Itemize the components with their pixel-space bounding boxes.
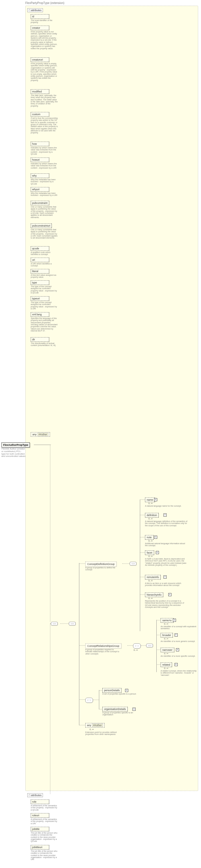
rel-seq: •–•–• xyxy=(146,644,153,647)
elem-note[interactable]: note xyxy=(145,535,154,539)
attr-doc: A URI which identifies a concept. xyxy=(31,263,58,267)
attr-name[interactable]: type xyxy=(31,280,49,285)
attr-name[interactable]: literal xyxy=(31,269,49,274)
attr-name[interactable]: whyuri xyxy=(31,187,49,192)
attributes-box-label: □ attributes xyxy=(27,8,43,12)
elem-broader[interactable]: broader xyxy=(161,633,173,638)
attr-pubconstrainturi: pubconstrainturiOne or many constraints … xyxy=(31,223,51,239)
attr-doc: Specifies the language of this property … xyxy=(31,317,58,332)
group-concept-relationships-doc: A group of properties required to indica… xyxy=(85,649,120,655)
elem-doc: A related concept, where the relationshi… xyxy=(161,670,198,676)
elem-related[interactable]: related xyxy=(161,662,172,667)
expand-sameAs[interactable]: + xyxy=(173,619,176,622)
elem-organisationDetails[interactable]: organisationDetails xyxy=(102,707,128,711)
attr-modified: modifiedThe date (and, optionally, the t… xyxy=(31,89,51,107)
root-type[interactable]: FlexAuthorPropType xyxy=(1,442,30,447)
ext-attr-jobtitle: jobtitleThe job title of the person who … xyxy=(31,827,51,842)
attr-name[interactable]: uri xyxy=(31,257,49,262)
extension-any-other[interactable]: any##other xyxy=(85,723,105,727)
attr-name[interactable]: dir xyxy=(31,337,49,342)
attr-qcode: qcodeA qualified code which identifies a… xyxy=(31,246,51,256)
elem-doc: A natural language definition of the sem… xyxy=(145,520,188,527)
extension-any-doc: Extension point for provider-defined pro… xyxy=(85,731,120,736)
attr-howuri: howuriIndicates by which means the value… xyxy=(31,157,51,169)
attr-name[interactable]: qcode xyxy=(31,246,49,251)
elem-doc: In NAR 1.8 and later, facet is deprecate… xyxy=(145,558,188,566)
elem-facet[interactable]: facet xyxy=(145,551,154,555)
expand-narrower[interactable]: + xyxy=(176,648,179,651)
attr-doc: The type of the concept assigned as cont… xyxy=(31,301,58,310)
attr-name[interactable]: why xyxy=(31,174,49,178)
elem-remoteInfo[interactable]: remoteInfo xyxy=(145,575,161,580)
attr-name[interactable]: howuri xyxy=(31,157,49,162)
attr-doc: One or many constraints that apply to pu… xyxy=(31,228,58,239)
attr-any-other[interactable]: any##other xyxy=(31,432,50,437)
elem-personDetails[interactable]: personDetails xyxy=(102,688,122,692)
attr-doc: The directionality of textual content (e… xyxy=(31,342,58,347)
elem-narrower[interactable]: narrower xyxy=(161,648,174,652)
attr-name[interactable]: role xyxy=(31,800,49,804)
attr-doc: If the property value is not defined, sp… xyxy=(31,31,58,50)
attr-xmllang: xml:langSpecifies the language of this p… xyxy=(31,312,51,332)
attr-name[interactable]: how xyxy=(31,142,49,146)
attr-name[interactable]: pubconstraint xyxy=(31,201,49,205)
rel-choice: ⟨⬚⟩ xyxy=(133,643,141,649)
elem-personDetails-doc: A set of properties specific to a person xyxy=(102,693,136,695)
attr-typeuri: typeuriThe type of the concept assigned … xyxy=(31,296,51,310)
attr-doc: The date (and, optionally, the time) whe… xyxy=(31,94,58,107)
expand-remoteInfo[interactable]: + xyxy=(164,576,167,579)
attr-name[interactable]: pubconstrainturi xyxy=(31,223,52,228)
elem-doc: Represents the position of a concept in … xyxy=(145,600,188,608)
attr-name[interactable]: custom xyxy=(31,112,49,117)
attr-name[interactable]: typeuri xyxy=(31,296,49,301)
card: 0..∞ xyxy=(148,502,153,505)
elem-hierarchyInfo[interactable]: hierarchyInfo xyxy=(145,592,163,597)
elem-sameAs[interactable]: sameAs xyxy=(161,618,173,623)
attr-uri: uriA URI which identifies a concept. xyxy=(31,257,51,267)
attr-doc: Why the metadata has been included - exp… xyxy=(31,192,58,196)
group-concept-relationships[interactable]: ConceptRelationshipsGroup xyxy=(85,643,122,649)
attr-name[interactable]: xml:lang xyxy=(31,312,49,317)
expand-note[interactable]: + xyxy=(154,536,157,539)
group-concept-definition-doc: A group of properties to define the conc… xyxy=(85,567,120,571)
elem-doc: A link to an item or a web resource whic… xyxy=(145,582,188,587)
expand-facet[interactable]: + xyxy=(156,551,159,554)
attr-doc: The job title of the person who created … xyxy=(31,850,58,861)
elem-doc: A natural language name for the concept. xyxy=(145,505,188,507)
attr-doc: If set to true the corresponding propert… xyxy=(31,117,58,134)
attr-name[interactable]: creator xyxy=(31,26,49,30)
elem-name[interactable]: name xyxy=(145,498,155,502)
expand-hierarchyInfo[interactable]: + xyxy=(168,593,171,596)
attr-id: idThe local identifier of the property. xyxy=(31,14,51,24)
group-concept-definition[interactable]: ConceptDefinitionGroup xyxy=(85,561,116,567)
expand-organisationDetails[interactable]: + xyxy=(132,708,136,711)
expand-related[interactable]: + xyxy=(174,663,178,666)
attr-name[interactable]: roleuri xyxy=(31,813,49,818)
expand-name[interactable]: + xyxy=(154,498,157,501)
attr-doc: A free-text value assigned as property v… xyxy=(31,274,58,278)
ext-attr-jobtitleuri: jobtitleuriThe job title of the person w… xyxy=(31,845,51,861)
attr-name[interactable]: jobtitle xyxy=(31,827,49,831)
attr-name[interactable]: creatoruri xyxy=(31,57,49,62)
attr-literal: literalA free-text value assigned as pro… xyxy=(31,269,51,278)
attr-name[interactable]: id xyxy=(31,14,49,19)
card: 0..∞ xyxy=(148,580,153,582)
attr-doc: Indicates by which means the value was e… xyxy=(31,163,58,169)
elem-doc: An identifier of a more generic concept. xyxy=(161,640,198,642)
expand-personDetails[interactable]: + xyxy=(125,689,128,692)
attr-doc: If the property value is empty, specifie… xyxy=(31,63,58,81)
expand-broader[interactable]: + xyxy=(174,633,178,637)
expand-definition[interactable]: + xyxy=(164,514,167,517)
attr-dir: dirThe directionality of textual content… xyxy=(31,337,51,347)
attr-name[interactable]: jobtitleuri xyxy=(31,845,49,849)
attr-name[interactable]: modified xyxy=(31,89,49,94)
extension-type-label: FlexPartyPropType (extension) xyxy=(25,1,64,5)
attr-doc: One or many constraints that apply to pu… xyxy=(31,206,58,218)
ext-attr-roleuri: roleuriA refinement of the semantics of … xyxy=(31,813,51,825)
card: 0..∞ xyxy=(164,652,168,655)
inner-sequence: •–•–• xyxy=(69,622,76,625)
attr-whyuri: whyuriWhy the metadata has been included… xyxy=(31,187,51,196)
elem-definition[interactable]: definition xyxy=(145,513,159,518)
attr-why: whyWhy the metadata has been included - … xyxy=(31,174,51,185)
card: 0..∞ xyxy=(148,518,153,520)
